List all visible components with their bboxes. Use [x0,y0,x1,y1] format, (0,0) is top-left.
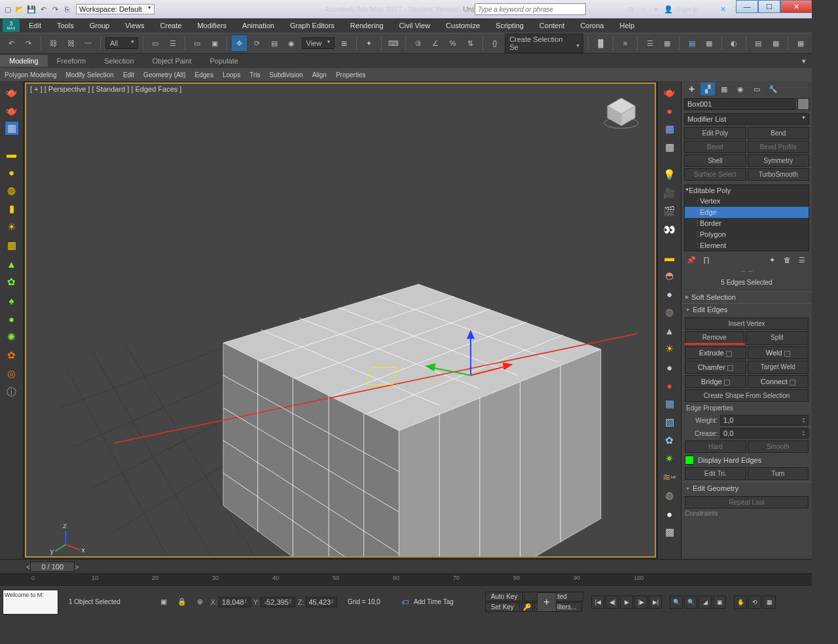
percent-snap-button[interactable]: % [445,35,460,51]
r-eyes-icon[interactable]: 👀 [663,223,677,237]
ribbon-minimize-button[interactable]: ▾ [796,53,812,69]
keyboard-shortcut-button[interactable]: ⌨ [386,35,401,51]
turn-button[interactable]: Turn [748,467,809,480]
ring2-icon[interactable]: ◎ [5,367,19,381]
r-camera-icon[interactable]: 🎥 [663,186,677,200]
menu-scripting[interactable]: Scripting [489,20,530,31]
mod-bend[interactable]: Bend [748,127,810,139]
cmd-tab-utilities[interactable]: 🔧 [766,82,780,96]
mod-turbosmooth[interactable]: TurboSmooth [748,168,810,181]
minimize-button[interactable]: — [736,0,758,13]
r-mesh-icon[interactable]: ▦ [663,397,677,411]
menu-rendering[interactable]: Rendering [344,20,390,31]
viewport[interactable]: [ + ] [ Perspective ] [ Standard ] [ Edg… [25,82,656,558]
mod-surface-select[interactable]: Surface Select [684,168,746,181]
r-sun-icon[interactable]: ☀ [663,342,677,356]
use-center-button[interactable]: ⊞ [337,35,352,51]
coord-z[interactable]: 45,423 [306,597,338,607]
object-name-input[interactable]: Box001 [684,98,795,110]
menu-grapheditors[interactable]: Graph Editors [283,20,341,31]
key-icon[interactable]: 🔑 [521,602,533,612]
prev-frame-button[interactable]: ◀| [606,596,619,609]
play-button[interactable]: ▶ [620,596,633,609]
window-crossing-button[interactable]: ▣ [208,35,223,51]
menu-corona[interactable]: Corona [574,20,610,31]
coord-y[interactable]: -52,395 [261,597,295,607]
rsub-polygon-modeling[interactable]: Polygon Modeling [0,70,62,80]
add-time-tag[interactable]: Add Time Tag [411,598,456,605]
time-slider-handle[interactable]: 0 / 100 [30,562,75,572]
select-by-name-button[interactable]: ☰ [165,35,180,51]
stack-vertex[interactable]: ⋮Vertex [685,196,809,207]
rect-select-button[interactable]: ▭ [190,35,205,51]
menu-customize[interactable]: Customize [439,20,486,31]
mat-cylinder-icon[interactable]: ▮ [5,202,19,216]
schematic-view-button[interactable]: ▦ [702,35,717,51]
r-checker-icon[interactable]: ▩ [663,140,677,154]
goto-end-button[interactable]: ▶| [649,596,662,609]
aperture-icon[interactable]: ✺ [5,330,19,344]
remove-button[interactable]: Remove [685,331,744,344]
show-end-icon[interactable]: ∏ [702,255,711,264]
r-mat5-icon[interactable]: ▲ [663,323,677,338]
nav-fov-icon[interactable]: ◢ [699,596,712,609]
repeat-last-button[interactable]: Repeat Last [685,496,809,509]
render-button[interactable]: ▦ [793,35,808,51]
menu-content[interactable]: Content [533,20,572,31]
cmd-tab-hierarchy[interactable]: ▦ [717,82,731,96]
tab-objectpaint[interactable]: Object Paint [143,55,201,67]
rollout-soft-selection[interactable]: Soft Selection [682,291,812,303]
r-metal-icon[interactable]: ● [663,360,677,374]
undo-icon[interactable]: ↶ [38,4,48,14]
config-stack-icon[interactable]: ☰ [797,255,807,264]
curve-editor-button[interactable]: ▤ [684,35,699,51]
r-bulb-icon[interactable]: 💡 [663,168,677,182]
open-icon[interactable]: 📂 [14,4,25,14]
mat-sun-icon[interactable]: ☀ [5,220,19,234]
tree-icon[interactable]: ▲ [5,257,19,271]
rendered-frame-button[interactable]: ▦ [769,35,784,51]
r-mat4-icon[interactable]: ◍ [663,305,677,319]
time-slider[interactable]: < 0 / 100 > [0,559,812,573]
lock-icon[interactable]: 🔒 [174,594,190,610]
r-mat2-icon[interactable]: ◓ [663,268,677,283]
favorite-icon[interactable]: ★ [651,5,661,14]
edit-named-sel-button[interactable]: {} [488,35,503,51]
target-weld-button[interactable]: Target Weld [748,361,809,374]
signin-link[interactable]: Sign In [676,5,699,13]
mod-bevel-profile[interactable]: Bevel Profile [748,141,810,153]
select-move-button[interactable]: ✥ [232,35,247,51]
menu-views[interactable]: Views [118,20,151,31]
nav-zoom-icon[interactable]: 🔍 [670,596,683,609]
stack-edge[interactable]: ⋮Edge [685,207,809,218]
r-gear-icon[interactable]: ✿ [663,433,677,448]
redo-button[interactable]: ↷ [22,35,37,51]
bridge-button[interactable]: Bridge [685,375,746,388]
r-checker2-icon[interactable]: ▩ [663,525,677,539]
search-input[interactable] [475,3,586,15]
project-icon[interactable]: ⎘ [62,4,72,14]
leaf-icon[interactable]: ♠ [5,293,19,308]
menu-group[interactable]: Group [83,20,117,31]
star-icon[interactable]: ☆ [639,5,648,14]
spinner-snap-button[interactable]: ⇅ [463,35,478,51]
r-grid-icon[interactable]: ▦ [663,122,677,136]
menu-modifiers[interactable]: Modifiers [191,20,233,31]
r-white-icon[interactable]: ● [663,507,677,521]
nav-zoomext-icon[interactable]: ▣ [713,596,726,609]
create-shape-button[interactable]: Create Shape From Selection [685,389,809,402]
bulb-icon[interactable]: ● [5,312,19,326]
stack-polygon[interactable]: ⋮Polygon [685,229,809,240]
refcoord-dropdown[interactable]: View [302,37,335,49]
connect-button[interactable]: Connect [748,375,809,388]
mod-shell[interactable]: Shell [684,154,746,167]
clover-icon[interactable]: ✿ [5,275,19,289]
rsub-subdivision[interactable]: Subdivision [264,70,307,80]
split-button[interactable]: Split [746,331,809,345]
rsub-tris[interactable]: Tris [245,70,264,80]
mat-flat-icon[interactable]: ▬ [5,147,19,161]
nav-max-icon[interactable]: ▦ [763,596,776,609]
save-icon[interactable]: 💾 [26,4,37,14]
insert-vertex-button[interactable]: Insert Vertex [685,317,809,330]
menu-create[interactable]: Create [153,20,188,31]
